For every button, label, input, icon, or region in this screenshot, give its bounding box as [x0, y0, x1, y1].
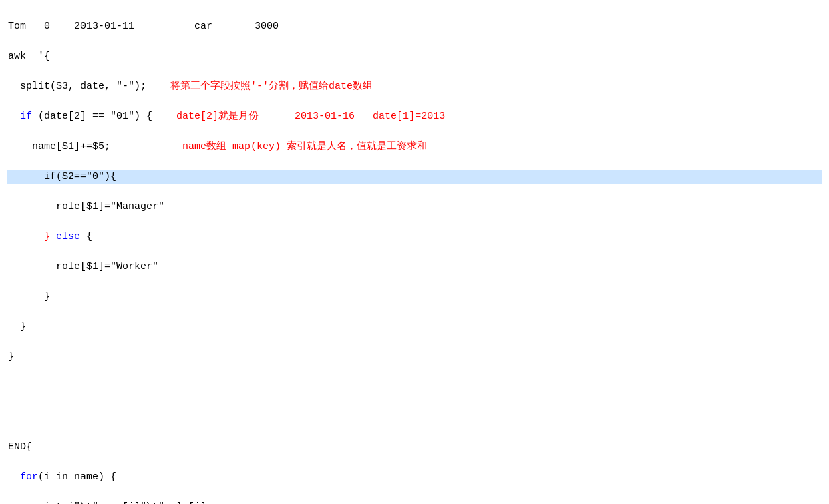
- code-token: split($3, date, "-");: [8, 81, 170, 92]
- code-token: role[$1]="Worker": [8, 261, 158, 272]
- code-token: }: [8, 351, 14, 362]
- code-token: [50, 231, 56, 242]
- code-token: [8, 471, 20, 483]
- code-line: }: [7, 320, 822, 335]
- code-token: print i"\t"name[i]"\t"role[i]: [8, 501, 206, 505]
- code-line: name[$1]+=$5; name数组 map(key) 索引就是人名，值就是…: [7, 140, 822, 155]
- code-line: if (date[2] == "01") { date[2]就是月份 2013-…: [7, 109, 822, 125]
- code-line: [7, 380, 822, 395]
- code-line: for(i in name) {: [7, 470, 822, 485]
- code-line: }: [7, 290, 822, 305]
- code-token: [8, 231, 44, 242]
- code-line: }: [7, 350, 822, 365]
- code-line: [7, 410, 822, 425]
- code-token: date[2]就是月份 2013-01-16 date[1]=2013: [176, 111, 445, 122]
- code-token: Tom 0 2013-01-11 car 3000: [8, 21, 279, 32]
- code-token: (i in name) {: [38, 471, 116, 483]
- code-token: else: [56, 231, 80, 242]
- code-token: role[$1]="Manager": [8, 201, 164, 212]
- code-token: if: [20, 111, 32, 122]
- code-line: split($3, date, "-"); 将第三个字段按照'-'分割，赋值给d…: [7, 79, 822, 95]
- code-token: (date[2] == "01") {: [32, 111, 176, 122]
- code-token: name[$1]+=$5;: [8, 141, 182, 152]
- code-line: END{: [7, 440, 822, 455]
- code-token: }: [44, 231, 50, 242]
- code-token: }: [8, 291, 50, 302]
- code-token: if($2=="0"){: [8, 171, 116, 182]
- code-line: print i"\t"name[i]"\t"role[i]: [7, 500, 822, 505]
- code-token: awk '{: [8, 51, 50, 62]
- code-line: role[$1]="Manager": [7, 200, 822, 215]
- code-token: for: [20, 471, 38, 483]
- code-line: } else {: [7, 230, 822, 245]
- code-line: if($2=="0"){: [7, 170, 822, 185]
- code-token: }: [8, 321, 26, 332]
- code-token: END{: [8, 441, 32, 453]
- code-line: awk '{: [7, 49, 822, 65]
- code-token: 将第三个字段按照'-'分割，赋值给date数组: [170, 81, 373, 92]
- code-token: name数组 map(key) 索引就是人名，值就是工资求和: [182, 141, 427, 152]
- code-line: role[$1]="Worker": [7, 260, 822, 275]
- code-token: [8, 111, 20, 122]
- code-token: {: [80, 231, 92, 242]
- code-line: Tom 0 2013-01-11 car 3000: [7, 19, 822, 35]
- code-editor: Tom 0 2013-01-11 car 3000 awk '{ split($…: [0, 0, 829, 504]
